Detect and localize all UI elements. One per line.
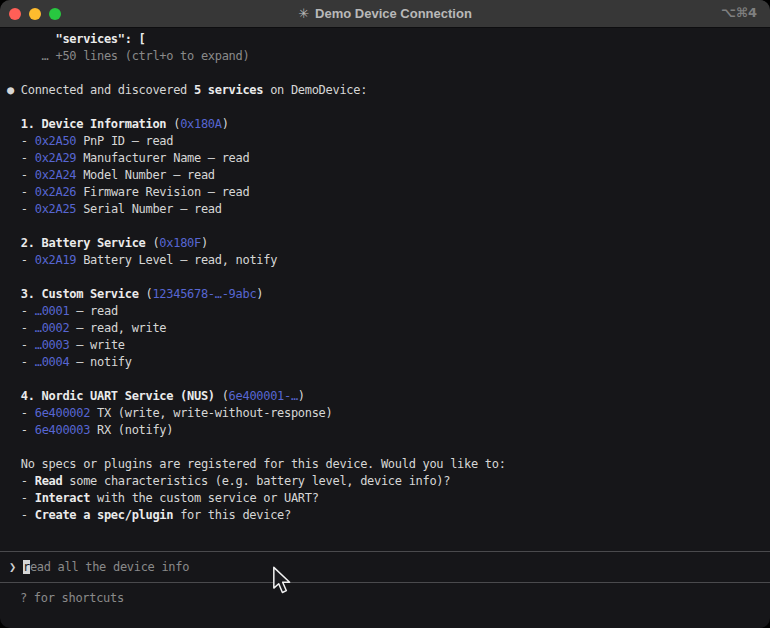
text-segment: - xyxy=(7,406,35,420)
text-segment: TX (write, write-without-response) xyxy=(90,406,332,420)
terminal-line: … +50 lines (ctrl+o to expand) xyxy=(7,48,770,65)
text-segment: 12345678-…-9abc xyxy=(152,287,256,301)
text-segment: - xyxy=(7,355,35,369)
text-segment: 6e400001-… xyxy=(229,389,298,403)
prompt-chevron-icon: ❯ xyxy=(9,560,16,574)
terminal-line xyxy=(7,269,770,286)
text-segment: - xyxy=(7,491,35,505)
text-segment: 2. Battery Service xyxy=(7,236,146,250)
text-segment: Read xyxy=(35,474,63,488)
terminal-line: 2. Battery Service (0x180F) xyxy=(7,235,770,252)
text-segment: ) xyxy=(256,287,263,301)
terminal-line: - Create a spec/plugin for this device? xyxy=(7,507,770,524)
text-segment: - xyxy=(7,321,35,335)
text-segment: ( xyxy=(139,287,153,301)
terminal-line: - …0002 — read, write xyxy=(7,320,770,337)
text-segment: 0x2A19 xyxy=(35,253,77,267)
text-segment: … +50 lines (ctrl+o to expand) xyxy=(7,49,249,63)
text-segment: 0x2A24 xyxy=(35,168,77,182)
terminal-line: - …0003 — write xyxy=(7,337,770,354)
text-segment: - xyxy=(7,253,35,267)
terminal-line: - 0x2A50 PnP ID — read xyxy=(7,133,770,150)
text-segment: - xyxy=(7,338,35,352)
text-segment: ● Connected and discovered xyxy=(7,83,194,97)
terminal-line: - …0004 — notify xyxy=(7,354,770,371)
terminal-line: - 0x2A29 Manufacturer Name — read xyxy=(7,150,770,167)
terminal-line xyxy=(7,371,770,388)
text-segment: - xyxy=(7,508,35,522)
text-segment: ( xyxy=(166,117,180,131)
terminal-line: ● Connected and discovered 5 services on… xyxy=(7,82,770,99)
text-segment: 0x180F xyxy=(159,236,201,250)
terminal-line: 1. Device Information (0x180A) xyxy=(7,116,770,133)
text-segment: — notify xyxy=(69,355,131,369)
window-title-text: Demo Device Connection xyxy=(315,6,472,21)
text-segment: ) xyxy=(222,117,229,131)
text-segment: …0002 xyxy=(35,321,70,335)
text-segment: ) xyxy=(201,236,208,250)
close-button[interactable] xyxy=(9,8,21,20)
terminal-line xyxy=(7,99,770,116)
text-segment: — write xyxy=(69,338,124,352)
minimize-button[interactable] xyxy=(29,8,41,20)
terminal-line: 3. Custom Service (12345678-…-9abc) xyxy=(7,286,770,303)
text-segment: some characteristics (e.g. battery level… xyxy=(62,474,450,488)
terminal-line: - Interact with the custom service or UA… xyxy=(7,490,770,507)
text-segment: …0001 xyxy=(35,304,70,318)
terminal-line: 4. Nordic UART Service (NUS) (6e400001-…… xyxy=(7,388,770,405)
text-segment: - xyxy=(7,423,35,437)
text-segment: Interact xyxy=(35,491,90,505)
text-segment: 5 services xyxy=(194,83,263,97)
text-segment: - xyxy=(7,134,35,148)
terminal-line: - 0x2A19 Battery Level — read, notify xyxy=(7,252,770,269)
text-segment: RX (notify) xyxy=(90,423,173,437)
text-segment: PnP ID — read xyxy=(76,134,173,148)
text-segment: 0x2A26 xyxy=(35,185,77,199)
text-segment: …0003 xyxy=(35,338,70,352)
terminal-line xyxy=(7,65,770,82)
terminal-line: - 0x2A24 Model Number — read xyxy=(7,167,770,184)
text-segment: for this device? xyxy=(173,508,291,522)
command-input[interactable]: ❯read all the device info xyxy=(0,551,770,583)
text-segment: - xyxy=(7,185,35,199)
terminal-output: "services": [ … +50 lines (ctrl+o to exp… xyxy=(0,28,770,524)
text-segment: 0x180A xyxy=(180,117,222,131)
text-segment: 1. Device Information xyxy=(7,117,166,131)
text-segment: - xyxy=(7,202,35,216)
terminal-line: - 6e400003 RX (notify) xyxy=(7,422,770,439)
text-segment: ( xyxy=(215,389,229,403)
text-segment: Manufacturer Name — read xyxy=(76,151,249,165)
text-segment: 0x2A50 xyxy=(35,134,77,148)
terminal-line xyxy=(7,439,770,456)
text-segment: - xyxy=(7,168,35,182)
terminal-line: - 6e400002 TX (write, write-without-resp… xyxy=(7,405,770,422)
terminal-line xyxy=(7,218,770,235)
terminal-line: - …0001 — read xyxy=(7,303,770,320)
text-cursor: r xyxy=(23,560,30,574)
text-segment: — read, write xyxy=(69,321,166,335)
shortcuts-hint: ? for shortcuts xyxy=(0,583,770,607)
window-title: ✳ Demo Device Connection xyxy=(298,6,472,21)
text-segment: - xyxy=(7,474,35,488)
text-segment: …0004 xyxy=(35,355,70,369)
zoom-button[interactable] xyxy=(49,8,61,20)
text-segment: 0x2A25 xyxy=(35,202,77,216)
window-shortcut-badge: ⌥⌘4 xyxy=(721,5,757,20)
titlebar[interactable]: ✳ Demo Device Connection ⌥⌘4 xyxy=(0,0,770,28)
text-segment: 6e400003 xyxy=(35,423,90,437)
terminal-line: - Read some characteristics (e.g. batter… xyxy=(7,473,770,490)
text-segment: Serial Number — read xyxy=(76,202,221,216)
text-segment: on DemoDevice: xyxy=(263,83,367,97)
text-segment: — read xyxy=(69,304,117,318)
text-segment: ( xyxy=(146,236,160,250)
text-segment: - xyxy=(7,151,35,165)
terminal-content: "services": [ … +50 lines (ctrl+o to exp… xyxy=(0,28,770,628)
text-segment: - xyxy=(7,304,35,318)
terminal-line: - 0x2A25 Serial Number — read xyxy=(7,201,770,218)
activity-spark-icon: ✳ xyxy=(298,6,309,21)
text-segment: 4. Nordic UART Service (NUS) xyxy=(7,389,215,403)
text-segment: 0x2A29 xyxy=(35,151,77,165)
input-text: ead all the device info xyxy=(30,560,189,574)
terminal-window: ✳ Demo Device Connection ⌥⌘4 "services":… xyxy=(0,0,770,628)
terminal-line: - 0x2A26 Firmware Revision — read xyxy=(7,184,770,201)
